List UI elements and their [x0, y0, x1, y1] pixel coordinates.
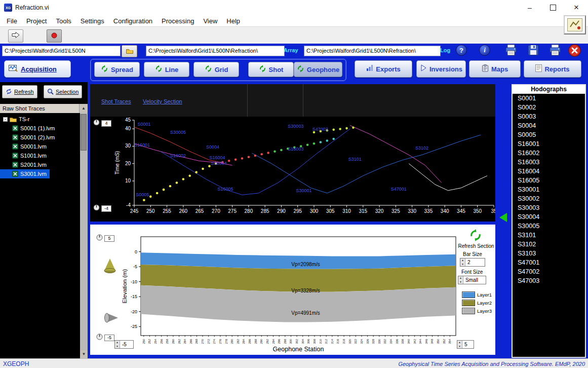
- tool-button-grid[interactable]: Grid: [193, 62, 239, 77]
- hodograph-item-s16003[interactable]: S16003: [513, 158, 585, 167]
- elevation-min-knob[interactable]: -5: [96, 333, 114, 342]
- hodograph-item-s30001[interactable]: S30001: [513, 185, 585, 194]
- hodograph-item-s3101[interactable]: S3101: [513, 231, 585, 240]
- hodograph-item-s47003[interactable]: S47003: [513, 276, 585, 285]
- spinner-arrows-icon[interactable]: ▲▼: [457, 341, 462, 348]
- svg-text:335: 335: [424, 208, 433, 214]
- hodographs-panel: Hodographs S0001S0002S0003S0004S0005S160…: [512, 84, 586, 358]
- run-button[interactable]: [8, 29, 23, 43]
- tree-item-s0001-(2).lvm[interactable]: S0001 (2).lvm: [0, 133, 58, 142]
- menu-item-tools[interactable]: Tools: [51, 17, 75, 25]
- svg-text:S3102: S3102: [415, 145, 428, 151]
- tree-item-s0001-(1).lvm[interactable]: S0001 (1).lvm: [0, 124, 58, 133]
- help-icon[interactable]: ?: [456, 45, 467, 56]
- acquisition-button[interactable]: Acquisition: [4, 60, 71, 78]
- menu-item-view[interactable]: View: [199, 17, 222, 25]
- array-path-input[interactable]: C:\Projects\Walford\Grid1\L500N\Refracti…: [146, 46, 285, 56]
- hodograph-item-s3102[interactable]: S3102: [513, 240, 585, 249]
- tab-shot-traces[interactable]: Shot Traces: [101, 98, 131, 104]
- time-axis-max-knob[interactable]: 4: [93, 119, 111, 128]
- hodograph-item-s0001[interactable]: S0001: [513, 94, 585, 103]
- tool-button-shot[interactable]: Shot: [248, 62, 294, 77]
- toolbar: [0, 26, 588, 44]
- menu-item-help[interactable]: Help: [222, 17, 245, 25]
- tool-button-line[interactable]: Line: [144, 62, 189, 77]
- tab-velocity-section[interactable]: Velocity Section: [143, 98, 182, 104]
- tree-item-s1001.lvm[interactable]: S1001.lvm: [0, 151, 50, 160]
- maximize-icon: [550, 5, 556, 11]
- print-icon[interactable]: [548, 44, 562, 58]
- bar-size-label: Bar Size: [463, 251, 482, 257]
- log-path-input[interactable]: C:\Projects\Walford\Grid1\L500N\Refracti…: [304, 46, 441, 56]
- menu-item-settings[interactable]: Settings: [76, 17, 109, 25]
- hodograph-item-s0002[interactable]: S0002: [513, 103, 585, 112]
- bar-size-spinner[interactable]: ▲▼2: [460, 258, 485, 267]
- legend-item-layer2: Layer2: [462, 299, 492, 307]
- svg-text:344: 344: [419, 339, 422, 344]
- x-offset-right-spinner[interactable]: ▲▼5: [457, 340, 474, 349]
- spinner-arrows-icon[interactable]: ▲▼: [458, 276, 463, 284]
- time-axis-min-knob[interactable]: -4: [93, 204, 111, 213]
- tree-item-s3001.lvm[interactable]: S3001.lvm: [0, 169, 50, 178]
- collapse-panel-handle[interactable]: [499, 213, 507, 222]
- tree-root-folder[interactable]: -TS-r: [0, 115, 32, 124]
- hodograph-item-s0003[interactable]: S0003: [513, 112, 585, 121]
- hodograph-item-s0005[interactable]: S0005: [513, 130, 585, 139]
- browse-folder-button[interactable]: [122, 45, 137, 57]
- refresh-button[interactable]: Refresh: [2, 85, 37, 98]
- tree-item-s2001.lvm[interactable]: S2001.lvm: [0, 160, 50, 169]
- title-bar: XG Refraction.vi – ×: [0, 0, 588, 15]
- tree-item-s0001.lvm[interactable]: S0001.lvm: [0, 142, 50, 151]
- spinner-arrows-icon[interactable]: ▲▼: [460, 259, 465, 266]
- hodograph-item-s47001[interactable]: S47001: [513, 258, 585, 267]
- hodograph-item-s16002[interactable]: S16002: [513, 149, 585, 158]
- module-button-exports[interactable]: Exports: [355, 60, 412, 78]
- hodograph-item-s0004[interactable]: S0004: [513, 121, 585, 130]
- cone-up-icon[interactable]: [103, 258, 116, 275]
- tool-button-geophone[interactable]: Geophone: [294, 62, 342, 77]
- collapse-expander-icon[interactable]: -: [3, 117, 8, 122]
- exit-icon[interactable]: [568, 44, 581, 59]
- scrollbar-thumb[interactable]: [81, 114, 87, 151]
- selection-button[interactable]: Selection: [44, 85, 82, 98]
- info-icon[interactable]: i: [479, 45, 490, 56]
- scroll-up-icon[interactable]: ▲: [79, 104, 88, 113]
- hodograph-item-s30005[interactable]: S30005: [513, 222, 585, 231]
- module-button-reports[interactable]: Reports: [524, 60, 581, 78]
- hodograph-item-s16001[interactable]: S16001: [513, 139, 585, 149]
- tool-button-spread[interactable]: Spread: [94, 62, 140, 77]
- x-offset-left-spinner[interactable]: ▲▼-5: [114, 340, 134, 349]
- spinner-arrows-icon[interactable]: ▲▼: [115, 341, 120, 348]
- maximize-button[interactable]: [541, 0, 565, 15]
- hodograph-item-s16005[interactable]: S16005: [513, 176, 585, 185]
- knob-icon: [93, 119, 100, 128]
- svg-text:266: 266: [189, 339, 192, 344]
- hodograph-item-s16004[interactable]: S16004: [513, 167, 585, 176]
- hodograph-item-s30002[interactable]: S30002: [513, 194, 585, 203]
- elevation-max-knob[interactable]: 5: [96, 234, 114, 243]
- stop-button[interactable]: [47, 29, 62, 43]
- legend-swatch: [462, 291, 475, 298]
- menu-item-file[interactable]: File: [2, 17, 22, 25]
- save-icon[interactable]: [527, 44, 539, 58]
- copy-printer-icon[interactable]: [504, 44, 518, 58]
- menu-item-configuration[interactable]: Configuration: [109, 17, 157, 25]
- hodograph-item-s30003[interactable]: S30003: [513, 203, 585, 212]
- hodograph-item-s47002[interactable]: S47002: [513, 267, 585, 276]
- close-button[interactable]: ×: [565, 0, 588, 15]
- menu-item-processing[interactable]: Processing: [157, 17, 199, 25]
- svg-text:Geophone Station: Geophone Station: [273, 346, 324, 353]
- font-size-spinner[interactable]: ▲▼Small: [458, 276, 486, 284]
- hodograph-item-s3103[interactable]: S3103: [513, 249, 585, 258]
- hodograph-item-s30004[interactable]: S30004: [513, 212, 585, 222]
- tree-scrollbar[interactable]: [80, 113, 88, 350]
- project-path-input[interactable]: C:\Projects\Walford\Grid1\L500N: [2, 46, 121, 56]
- svg-text:20: 20: [125, 161, 131, 166]
- module-button-inversions[interactable]: Inversions: [416, 60, 466, 78]
- minimize-button[interactable]: –: [518, 0, 541, 15]
- module-button-maps[interactable]: Maps: [469, 60, 521, 78]
- refresh-section-icon[interactable]: [469, 229, 482, 242]
- menu-item-project[interactable]: Project: [22, 17, 51, 25]
- cone-right-icon[interactable]: [103, 312, 119, 326]
- scroll-down-icon[interactable]: ▼: [80, 350, 88, 358]
